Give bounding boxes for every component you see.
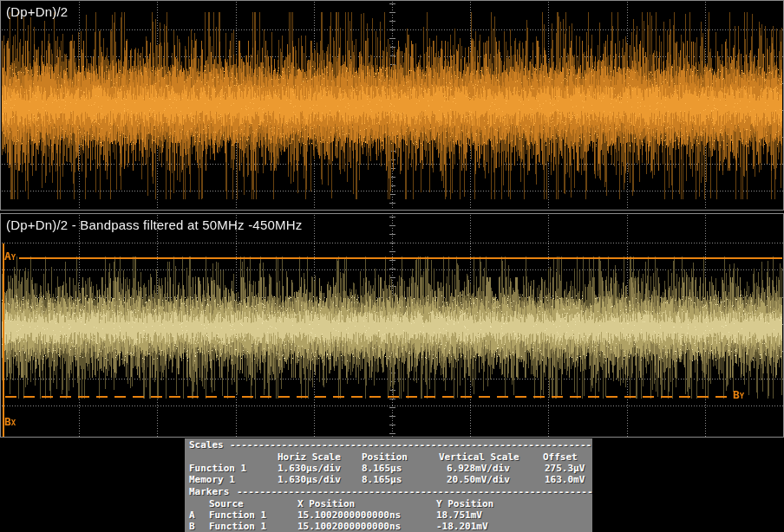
waveform-canvas-top <box>1 1 783 210</box>
oscilloscope-screen: (Dp+Dn)/2 (Dp+Dn)/2 - Bandpass filtered … <box>0 0 784 532</box>
col-x-position: X Position <box>297 498 355 509</box>
marker-ay-label[interactable]: AY <box>4 250 16 263</box>
marker-by-line[interactable] <box>5 396 730 398</box>
waveform-panel-bottom: (Dp+Dn)/2 - Bandpass filtered at 50MHz -… <box>0 213 784 438</box>
col-offset: Offset <box>543 451 578 463</box>
marker-by-letter: B <box>733 388 740 401</box>
scales-row-name: Memory 1 <box>189 474 235 485</box>
scales-row-position: 8.165µs <box>362 474 402 485</box>
marker-bx-label[interactable]: BX <box>4 416 16 429</box>
marker-row-x: 15.1002000000000ns <box>297 509 401 521</box>
waveform-panel-top: (Dp+Dn)/2 <box>0 0 784 211</box>
marker-by-label[interactable]: BY <box>733 389 744 402</box>
marker-bx-sub: X <box>11 418 16 427</box>
marker-ay-line[interactable] <box>19 257 782 259</box>
marker-row-id: A <box>189 509 195 521</box>
col-position: Position <box>362 451 408 463</box>
scales-row-horiz: 1.630µs/div <box>278 474 341 485</box>
col-source: Source <box>209 498 244 509</box>
marker-by-sub: Y <box>740 392 744 400</box>
marker-ay-sub: Y <box>11 253 16 262</box>
marker-row-y: 18.751mV <box>436 509 482 521</box>
scales-title: Scales <box>189 439 224 451</box>
marker-row-y: -18.201mV <box>436 521 488 532</box>
marker-bx-letter: B <box>4 415 11 428</box>
scales-rule: ----------------------------------------… <box>230 439 592 451</box>
marker-ay-letter: A <box>4 250 11 263</box>
waveform-title-top: (Dp+Dn)/2 <box>6 4 68 19</box>
scales-row-offset: 275.3µV <box>545 463 585 474</box>
marker-row-id: B <box>189 521 195 532</box>
measurements-panel: Scales ---------------------------------… <box>185 438 592 532</box>
col-vertical-scale: Vertical Scale <box>439 451 519 463</box>
col-y-position: Y Position <box>436 498 493 509</box>
markers-title: Markers <box>189 486 229 497</box>
scales-row-name: Function 1 <box>189 463 246 474</box>
marker-row-source: Function 1 <box>209 521 266 532</box>
scales-row-horiz: 1.630µs/div <box>278 463 341 474</box>
marker-bx-line[interactable] <box>3 243 4 437</box>
scales-row-position: 8.165µs <box>362 463 402 474</box>
waveform-title-bottom: (Dp+Dn)/2 - Bandpass filtered at 50MHz -… <box>6 217 302 232</box>
markers-rule: ----------------------------------------… <box>237 486 592 497</box>
col-horiz-scale: Horiz Scale <box>278 451 341 463</box>
marker-row-x: 15.1002000000000ns <box>297 521 401 532</box>
scales-row-offset: 163.0mV <box>545 474 585 485</box>
waveform-canvas-bottom <box>1 214 783 437</box>
scales-row-vertical: 6.928mV/div <box>447 463 510 474</box>
marker-row-source: Function 1 <box>209 509 266 521</box>
scales-row-vertical: 20.50mV/div <box>447 474 510 485</box>
